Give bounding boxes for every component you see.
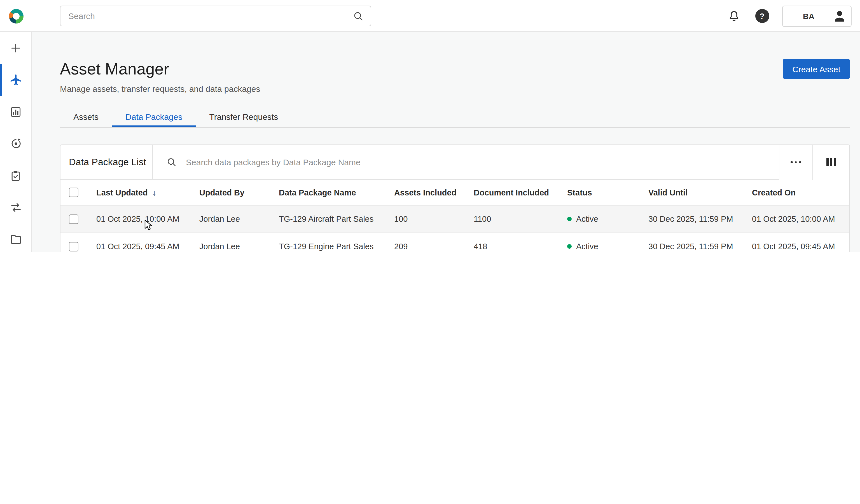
help-icon: ? bbox=[755, 9, 769, 23]
sidebar-item-files[interactable] bbox=[0, 224, 31, 252]
notifications-button[interactable] bbox=[726, 8, 742, 24]
cell-data-package-name: TG-129 Engine Part Sales bbox=[270, 242, 385, 251]
airplane-icon bbox=[9, 73, 22, 86]
cell-status: Active bbox=[558, 215, 640, 224]
more-options-icon bbox=[791, 161, 801, 163]
tab-data-packages[interactable]: Data Packages bbox=[112, 108, 196, 127]
table-search[interactable] bbox=[153, 145, 779, 179]
search-icon bbox=[166, 157, 177, 168]
global-search-input[interactable] bbox=[67, 11, 353, 21]
sidebar bbox=[0, 32, 32, 252]
cell-data-package-name: TG-129 Aircraft Part Sales bbox=[270, 215, 385, 224]
data-package-list-card: Data Package List bbox=[60, 144, 850, 252]
cell-document-included: 1100 bbox=[465, 215, 558, 224]
column-header-data-package-name[interactable]: Data Package Name bbox=[270, 188, 385, 197]
orbit-icon bbox=[9, 137, 22, 150]
bell-icon bbox=[727, 9, 741, 23]
avatar-icon bbox=[832, 9, 847, 24]
table-search-input[interactable] bbox=[185, 157, 779, 168]
cell-created-on: 01 Oct 2025, 09:45 AM bbox=[743, 242, 849, 251]
column-header-last-updated[interactable]: Last Updated ↓ bbox=[87, 188, 190, 197]
topbar: ? BA bbox=[0, 0, 860, 32]
more-options-button[interactable] bbox=[779, 145, 813, 179]
user-menu[interactable]: BA bbox=[782, 5, 851, 27]
column-header-created-on[interactable]: Created On bbox=[743, 188, 849, 197]
status-dot bbox=[567, 244, 572, 249]
page-subtitle: Manage assets, transfer requests, and da… bbox=[60, 84, 850, 93]
cell-valid-until: 30 Dec 2025, 11:59 PM bbox=[640, 215, 743, 224]
card-header: Data Package List bbox=[60, 145, 849, 180]
columns-button[interactable] bbox=[813, 145, 849, 179]
create-asset-button[interactable]: Create Asset bbox=[783, 59, 850, 79]
column-header-status[interactable]: Status bbox=[558, 188, 640, 197]
sidebar-item-assets[interactable] bbox=[0, 64, 31, 96]
sidebar-item-analytics[interactable] bbox=[0, 96, 31, 128]
app-window: ? BA bbox=[0, 0, 860, 252]
sort-desc-icon[interactable]: ↓ bbox=[152, 188, 157, 197]
select-all-cell bbox=[60, 180, 87, 205]
global-search[interactable] bbox=[60, 5, 371, 26]
row-checkbox-cell bbox=[60, 233, 87, 252]
bar-chart-icon bbox=[10, 105, 22, 118]
columns-icon bbox=[827, 158, 836, 166]
tab-transfer-requests[interactable]: Transfer Requests bbox=[196, 108, 292, 127]
cell-status: Active bbox=[558, 242, 640, 251]
search-icon bbox=[353, 10, 364, 21]
user-initials: BA bbox=[803, 12, 815, 20]
column-header-updated-by[interactable]: Updated By bbox=[190, 188, 270, 197]
sidebar-item-add[interactable] bbox=[0, 32, 31, 64]
status-text: Active bbox=[576, 215, 598, 224]
folder-icon bbox=[9, 233, 22, 246]
table-row[interactable]: 01 Oct 2025, 10:00 AM Jordan Lee TG-129 … bbox=[60, 205, 849, 233]
row-checkbox[interactable] bbox=[69, 242, 78, 251]
cell-assets-included: 100 bbox=[385, 215, 465, 224]
tab-bar: Assets Data Packages Transfer Requests bbox=[60, 108, 850, 128]
select-all-checkbox[interactable] bbox=[69, 188, 78, 197]
status-text: Active bbox=[576, 242, 598, 251]
column-header-assets-included[interactable]: Assets Included bbox=[385, 188, 465, 197]
card-title: Data Package List bbox=[60, 145, 153, 179]
transfer-arrows-icon bbox=[9, 201, 22, 214]
cell-updated-by: Jordan Lee bbox=[190, 242, 270, 251]
help-button[interactable]: ? bbox=[754, 8, 770, 24]
sidebar-item-transfers[interactable] bbox=[0, 191, 31, 224]
sidebar-item-tracking[interactable] bbox=[0, 128, 31, 160]
page-title: Asset Manager bbox=[60, 32, 850, 79]
cell-last-updated: 01 Oct 2025, 10:00 AM bbox=[87, 215, 190, 224]
sidebar-item-tasks[interactable] bbox=[0, 160, 31, 191]
column-header-document-included[interactable]: Document Included bbox=[465, 188, 558, 197]
cell-assets-included: 209 bbox=[385, 242, 465, 251]
status-dot bbox=[567, 217, 572, 221]
row-checkbox[interactable] bbox=[69, 214, 78, 224]
app-logo-center bbox=[13, 13, 19, 19]
clipboard-check-icon bbox=[10, 169, 22, 182]
row-checkbox-cell bbox=[60, 205, 87, 232]
main-content: Asset Manager Manage assets, transfer re… bbox=[32, 32, 860, 252]
cell-created-on: 01 Oct 2025, 10:00 AM bbox=[743, 215, 849, 224]
cell-document-included: 418 bbox=[465, 242, 558, 251]
column-header-valid-until[interactable]: Valid Until bbox=[640, 188, 743, 197]
cell-last-updated: 01 Oct 2025, 09:45 AM bbox=[87, 242, 190, 251]
table-body: 01 Oct 2025, 10:00 AM Jordan Lee TG-129 … bbox=[60, 205, 849, 252]
column-label: Last Updated bbox=[96, 188, 148, 197]
app-logo-icon[interactable] bbox=[9, 9, 24, 24]
cell-valid-until: 30 Dec 2025, 11:59 PM bbox=[640, 242, 743, 251]
topbar-actions: ? BA bbox=[726, 0, 851, 32]
plus-icon bbox=[10, 42, 22, 54]
tab-assets[interactable]: Assets bbox=[60, 108, 112, 127]
table-header-row: Last Updated ↓ Updated By Data Package N… bbox=[60, 180, 849, 205]
table-row[interactable]: 01 Oct 2025, 09:45 AM Jordan Lee TG-129 … bbox=[60, 233, 849, 252]
cell-updated-by: Jordan Lee bbox=[190, 215, 270, 224]
